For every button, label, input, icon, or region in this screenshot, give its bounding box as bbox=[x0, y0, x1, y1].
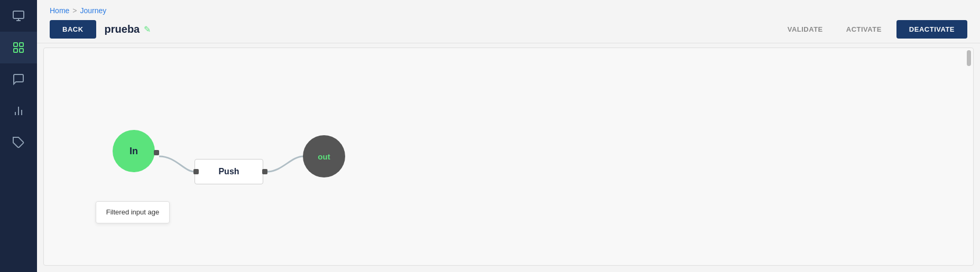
node-push-connector-right bbox=[262, 169, 267, 174]
sidebar-item-chat[interactable] bbox=[0, 63, 37, 95]
node-push-connector-left bbox=[193, 169, 199, 174]
svg-rect-4 bbox=[20, 43, 23, 46]
analytics-icon bbox=[12, 105, 25, 117]
breadcrumb: Home > Journey bbox=[50, 6, 967, 15]
breadcrumb-separator: > bbox=[72, 6, 77, 15]
node-in-tooltip: Filtered input age bbox=[96, 201, 170, 223]
breadcrumb-home[interactable]: Home bbox=[50, 6, 69, 15]
topbar-actions: BACK prueba ✎ VALIDATE ACTIVATE DEACTIVA… bbox=[50, 20, 967, 39]
sidebar-item-plugins[interactable] bbox=[0, 127, 37, 158]
diagram: In Push out Filtered input age bbox=[44, 48, 973, 265]
sidebar-item-journey[interactable] bbox=[0, 32, 37, 63]
sidebar-item-analytics[interactable] bbox=[0, 95, 37, 127]
journey-canvas[interactable]: In Push out Filtered input age bbox=[43, 48, 974, 266]
sidebar bbox=[0, 0, 37, 272]
node-in-label: In bbox=[130, 146, 138, 157]
topbar-left: BACK prueba ✎ bbox=[50, 20, 151, 39]
node-in-tooltip-text: Filtered input age bbox=[106, 208, 159, 216]
puzzle-icon bbox=[12, 136, 25, 149]
connector-lines bbox=[44, 48, 973, 265]
page-title: prueba bbox=[105, 23, 140, 35]
svg-rect-0 bbox=[13, 11, 24, 18]
back-button[interactable]: BACK bbox=[50, 20, 96, 39]
message-icon bbox=[12, 10, 25, 22]
validate-button[interactable]: VALIDATE bbox=[779, 21, 831, 37]
sidebar-item-messages[interactable] bbox=[0, 0, 37, 32]
breadcrumb-current: Journey bbox=[80, 6, 107, 15]
activate-button[interactable]: ACTIVATE bbox=[838, 21, 890, 37]
deactivate-button[interactable]: DEACTIVATE bbox=[896, 20, 967, 39]
edit-icon[interactable]: ✎ bbox=[144, 24, 151, 34]
node-out-label: out bbox=[318, 152, 330, 161]
main-content: Home > Journey BACK prueba ✎ VALIDATE AC… bbox=[37, 0, 980, 272]
topbar-right: VALIDATE ACTIVATE DEACTIVATE bbox=[779, 20, 967, 39]
node-out-connector bbox=[303, 155, 309, 161]
journey-icon bbox=[12, 41, 25, 54]
canvas-scrollbar[interactable] bbox=[967, 50, 971, 66]
svg-rect-6 bbox=[20, 49, 23, 52]
node-out[interactable]: out bbox=[303, 135, 345, 177]
svg-rect-3 bbox=[14, 43, 17, 46]
node-push-label: Push bbox=[218, 167, 239, 176]
topbar: Home > Journey BACK prueba ✎ VALIDATE AC… bbox=[37, 0, 980, 43]
node-push[interactable]: Push bbox=[195, 159, 263, 184]
svg-rect-5 bbox=[14, 49, 17, 52]
page-title-row: prueba ✎ bbox=[105, 23, 151, 35]
chat-icon bbox=[12, 73, 25, 86]
node-in-connector bbox=[154, 150, 159, 155]
node-in[interactable]: In bbox=[113, 130, 155, 172]
